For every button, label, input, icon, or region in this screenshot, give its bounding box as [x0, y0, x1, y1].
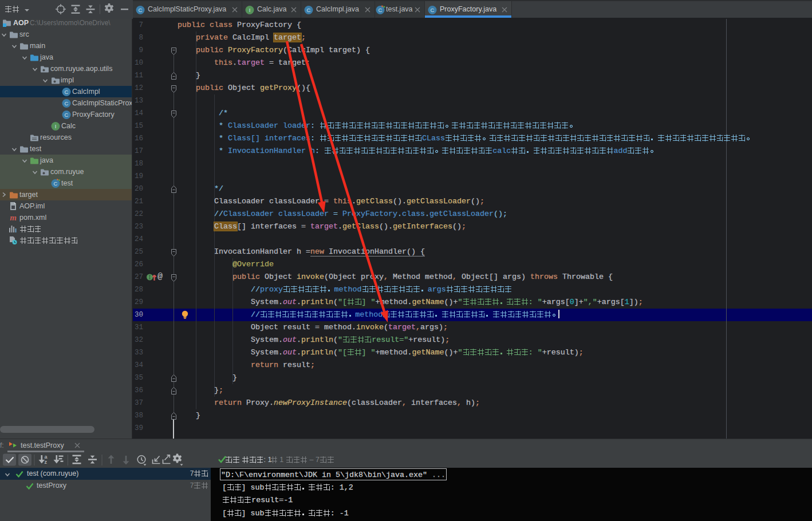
svg-text:C: C [53, 180, 57, 187]
svg-text:C: C [307, 7, 311, 13]
svg-text:C: C [64, 112, 68, 118]
svg-text:C: C [64, 89, 68, 95]
svg-text:C: C [431, 7, 435, 13]
svg-text:C: C [379, 7, 383, 13]
svg-text:C: C [139, 7, 143, 13]
svg-text:C: C [64, 100, 68, 106]
svg-text:z: z [45, 459, 48, 465]
svg-text:I: I [249, 7, 251, 13]
svg-text:I: I [55, 123, 57, 129]
svg-text:a: a [45, 454, 48, 460]
